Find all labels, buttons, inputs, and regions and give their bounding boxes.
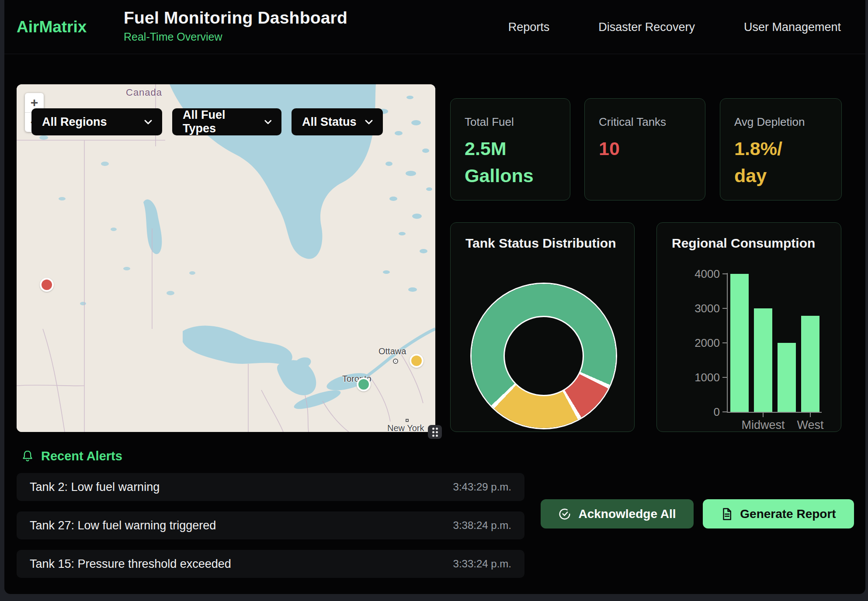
donut-chart[interactable] (472, 284, 616, 428)
tank-marker-normal[interactable] (357, 377, 371, 391)
bell-icon (21, 449, 34, 463)
check-circle-icon (558, 508, 571, 521)
chevron-down-icon (365, 119, 373, 125)
stat-card-critical-tanks: Critical Tanks 10 (584, 98, 705, 200)
alert-row[interactable]: Tank 15: Pressure threshold exceeded 3:3… (17, 550, 524, 578)
bar (801, 316, 819, 412)
alerts-title: Recent Alerts (41, 449, 122, 463)
stat-value: 10 (599, 135, 692, 162)
tank-status-panel: Tank Status Distribution (450, 222, 635, 432)
y-tick-label: 2000 (694, 336, 720, 350)
stat-label: Critical Tanks (599, 115, 692, 129)
y-tick-label: 0 (714, 405, 720, 419)
alert-text: Tank 27: Low fuel warning triggered (30, 519, 216, 532)
stat-card-total-fuel: Total Fuel 2.5MGallons (450, 98, 570, 200)
map-filters: All Regions All Fuel Types All Status (31, 108, 383, 135)
resize-drag-handle[interactable] (428, 425, 442, 439)
regional-consumption-panel: Regional Consumption Midwest West 400030… (656, 222, 841, 432)
acknowledge-all-label: Acknowledge All (578, 507, 676, 521)
donut-chart-title: Tank Status Distribution (465, 236, 616, 251)
alert-time: 3:43:29 p.m. (453, 481, 511, 493)
fuel-type-filter-dropdown[interactable]: All Fuel Types (172, 108, 281, 135)
x-tick-label-midwest: Midwest (741, 418, 785, 432)
chevron-down-icon (144, 119, 153, 125)
x-tick-label-west: West (797, 418, 823, 432)
tank-marker-warning[interactable] (410, 354, 424, 368)
y-tick (722, 342, 727, 343)
stat-label: Total Fuel (465, 115, 557, 129)
map-label-new-york: New York (387, 423, 424, 432)
y-tick (722, 273, 727, 274)
y-tick-label: 3000 (694, 302, 720, 315)
y-tick-label: 4000 (694, 267, 720, 281)
stat-label: Avg Depletion (734, 115, 828, 129)
status-filter-value: All Status (302, 115, 357, 129)
brand-logo: AirMatrix (17, 0, 87, 54)
title-block: Fuel Monitoring Dashboard Real-Time Over… (124, 8, 347, 43)
map-label-ottawa: Ottawa (378, 346, 406, 356)
fuel-map[interactable]: Canada Ottawa Toronto New York + − All R… (17, 84, 435, 432)
alert-row[interactable]: Tank 2: Low fuel warning 3:43:29 p.m. (17, 473, 524, 501)
nav-item-disaster-recovery[interactable]: Disaster Recovery (598, 21, 695, 34)
acknowledge-all-button[interactable]: Acknowledge All (541, 499, 694, 528)
app-window: AirMatrix Fuel Monitoring Dashboard Real… (4, 0, 865, 594)
nav-item-user-management[interactable]: User Management (744, 21, 841, 34)
region-filter-dropdown[interactable]: All Regions (31, 108, 162, 135)
x-tick (763, 413, 764, 417)
bar-chart-area[interactable]: Midwest West 40003000200010000 (657, 223, 841, 432)
stat-value: 1.8%/day (734, 135, 828, 189)
y-tick (722, 308, 727, 309)
alerts-header: Recent Alerts (21, 449, 122, 463)
page-subtitle: Real-Time Overview (124, 31, 347, 43)
bar (730, 274, 749, 412)
map-tiles[interactable] (17, 84, 435, 432)
fuel-type-filter-value: All Fuel Types (183, 108, 256, 135)
alert-row[interactable]: Tank 27: Low fuel warning triggered 3:38… (17, 511, 524, 539)
alert-text: Tank 15: Pressure threshold exceeded (30, 557, 231, 571)
new-york-city-dot-icon (406, 419, 409, 422)
nav-item-reports[interactable]: Reports (508, 21, 550, 34)
chevron-down-icon (264, 119, 272, 125)
main-nav: Reports Disaster Recovery User Managemen… (508, 0, 841, 54)
status-filter-dropdown[interactable]: All Status (292, 108, 383, 135)
generate-report-button[interactable]: Generate Report (703, 499, 854, 528)
stat-card-avg-depletion: Avg Depletion 1.8%/day (720, 98, 842, 200)
y-tick (722, 411, 727, 412)
x-axis-line (727, 412, 822, 413)
ottawa-city-dot-icon (393, 359, 398, 364)
tank-marker-critical[interactable] (40, 278, 54, 292)
stat-value: 2.5MGallons (465, 135, 557, 189)
file-report-icon (721, 508, 733, 521)
y-tick (722, 377, 727, 378)
region-filter-value: All Regions (42, 115, 107, 129)
alert-time: 3:38:24 p.m. (453, 519, 511, 532)
alert-text: Tank 2: Low fuel warning (30, 480, 160, 494)
page-title: Fuel Monitoring Dashboard (124, 8, 347, 28)
map-label-canada: Canada (126, 87, 162, 98)
header: AirMatrix Fuel Monitoring Dashboard Real… (4, 0, 865, 54)
generate-report-label: Generate Report (740, 507, 836, 521)
bar (754, 308, 772, 412)
bar (778, 343, 796, 412)
x-tick (810, 413, 811, 417)
alert-time: 3:33:24 p.m. (453, 558, 511, 570)
y-tick-label: 1000 (694, 371, 720, 384)
